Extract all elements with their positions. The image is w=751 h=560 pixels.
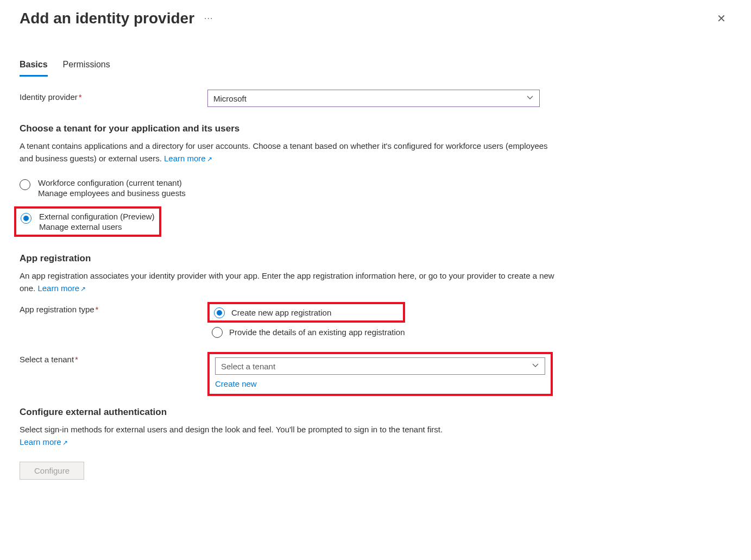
radio-create-new-label: Create new app registration	[231, 308, 331, 317]
ext-auth-heading: Configure external authentication	[20, 407, 563, 418]
configure-button[interactable]: Configure	[20, 462, 84, 480]
radio-icon	[21, 213, 31, 224]
radio-icon	[212, 327, 223, 338]
close-icon[interactable]: ✕	[717, 12, 731, 25]
page-title: Add an identity provider	[20, 10, 194, 27]
external-link-icon: ↗	[62, 439, 68, 446]
identity-provider-select[interactable]: Microsoft	[207, 90, 540, 107]
app-reg-learn-more-link[interactable]: Learn more↗	[37, 284, 86, 293]
radio-existing[interactable]: Provide the details of an existing app r…	[207, 326, 405, 338]
more-menu-icon[interactable]: ···	[204, 14, 213, 23]
app-reg-type-label: App registration type*	[20, 302, 207, 314]
tab-permissions[interactable]: Permissions	[63, 60, 110, 77]
radio-external-sub: Manage external users	[39, 222, 155, 231]
app-reg-heading: App registration	[20, 253, 563, 264]
identity-provider-value: Microsoft	[213, 94, 247, 103]
radio-workforce-label: Workforce configuration (current tenant)	[38, 178, 186, 187]
highlight-external-config: External configuration (Preview) Manage …	[14, 206, 161, 237]
highlight-select-tenant: Select a tenant Create new	[207, 352, 553, 396]
radio-existing-label: Provide the details of an existing app r…	[229, 328, 405, 337]
radio-icon	[214, 307, 225, 318]
tenant-section-heading: Choose a tenant for your application and…	[20, 123, 563, 134]
chevron-down-icon	[532, 362, 539, 371]
tab-basics[interactable]: Basics	[20, 60, 48, 77]
ext-auth-desc: Select sign-in methods for external user…	[20, 423, 563, 449]
tenant-learn-more-link[interactable]: Learn more↗	[164, 154, 212, 163]
tenant-section-desc: A tenant contains applications and a dir…	[20, 140, 563, 165]
external-link-icon: ↗	[207, 155, 212, 163]
radio-external[interactable]: External configuration (Preview) Manage …	[21, 212, 155, 231]
radio-icon	[20, 179, 30, 190]
select-tenant-dropdown[interactable]: Select a tenant	[215, 357, 545, 375]
page-header: Add an identity provider ··· ✕	[20, 10, 731, 27]
radio-external-label: External configuration (Preview)	[39, 212, 155, 221]
radio-create-new[interactable]: Create new app registration	[214, 306, 399, 318]
chevron-down-icon	[526, 94, 534, 103]
select-tenant-label: Select a tenant*	[20, 352, 207, 364]
external-link-icon: ↗	[80, 285, 86, 293]
ext-auth-learn-more-link[interactable]: Learn more↗	[20, 437, 68, 446]
radio-workforce[interactable]: Workforce configuration (current tenant)…	[20, 175, 563, 201]
app-reg-desc: An app registration associates your iden…	[20, 269, 563, 295]
tab-bar: Basics Permissions	[20, 60, 731, 77]
create-new-tenant-link[interactable]: Create new	[215, 379, 257, 388]
select-tenant-placeholder: Select a tenant	[221, 362, 275, 371]
highlight-create-new: Create new app registration	[207, 302, 405, 323]
identity-provider-label: Identity provider*	[20, 90, 207, 102]
radio-workforce-sub: Manage employees and business guests	[38, 188, 186, 198]
